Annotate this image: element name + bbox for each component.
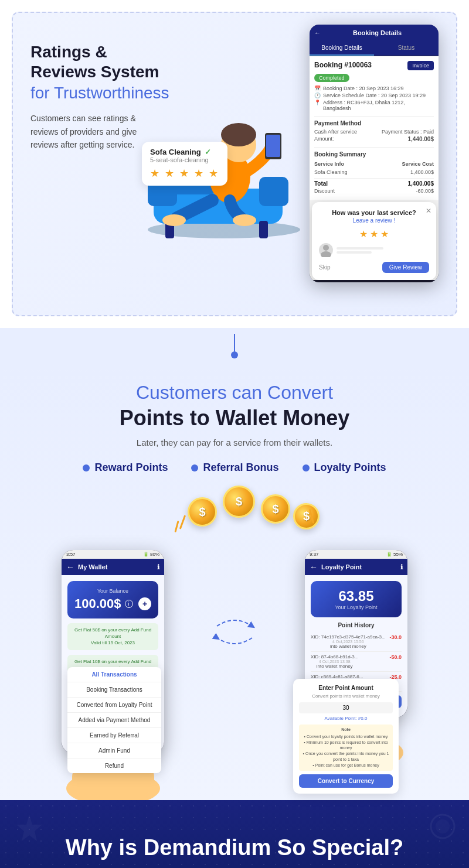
convert-submit-button[interactable]: Convert to Currency (299, 774, 393, 788)
transfer-arrows (211, 609, 258, 655)
dropdown-item-loyalty[interactable]: Converted from Loyalty Point (67, 698, 161, 713)
tab-booking-details[interactable]: Booking Details (310, 41, 374, 56)
convert-popup: Enter Point Amount Convert points into w… (293, 679, 399, 794)
bullet-referral-bonus: Referral Bonus (191, 462, 278, 474)
phone-header: ← Booking Details (310, 25, 439, 41)
payment-method-row: Cash After service Payment Status : Paid (314, 129, 434, 135)
review-avatar (319, 243, 333, 257)
wallet-nav-bar: ← My Wallet ℹ (62, 559, 164, 575)
phone-body: Booking #100063 Completed Invoice 📅 Book… (310, 56, 439, 200)
bullet-dot-referral (191, 464, 198, 471)
loyalty-nav-bar: ← Loyalty Point ℹ (305, 559, 407, 575)
convert-input-field[interactable]: 30 (299, 702, 393, 713)
bullet-dot-reward (83, 464, 90, 471)
battery-icon-right: 🔋 55% (386, 552, 403, 557)
bullet-dot-loyalty (303, 464, 310, 471)
review-popup: ✕ How was your last service? Leave a rev… (312, 202, 436, 280)
loyalty-amount: 63.85 (318, 588, 395, 604)
special-title: Why is Demandium So Special? (23, 835, 446, 860)
section-points-bold: Points to Wallet Money (23, 406, 446, 430)
svg-point-15 (321, 251, 331, 257)
info-icon[interactable]: ℹ (157, 563, 159, 571)
review-popup-subtitle: Leave a review ! (319, 217, 429, 224)
bullet-reward-points: Reward Points (83, 462, 168, 474)
info-icon-loyalty[interactable]: ℹ (400, 563, 403, 571)
invoice-button[interactable]: Invoice (407, 61, 434, 70)
service-date-line: 🕐 Service Schedule Date : 20 Sep 2023 19… (314, 93, 434, 98)
coin-4: $ (293, 503, 320, 529)
wallet-balance-label: Your Balance (74, 588, 151, 594)
sofa-card-title: Sofa Cleaning ✓ (150, 148, 219, 156)
review-popup-title: How was your last service? (319, 209, 429, 216)
verified-icon: ✓ (205, 148, 211, 156)
svg-rect-11 (266, 135, 280, 157)
wallet-balance-card: Your Balance 100.00$ i + (67, 581, 158, 618)
booking-status-badge: Completed (314, 74, 349, 82)
back-icon-loyalty[interactable]: ← (310, 562, 318, 572)
battery-icon: 🔋 80% (143, 552, 159, 557)
section-points-desc: Later, they can pay for a service from t… (23, 438, 446, 447)
sofa-card-subtitle: 5-seat-sofa-cleaning (150, 156, 219, 163)
address-line: 📍 Address : RC36+F3J, Dhaka 1212, Bangla… (314, 100, 434, 111)
loyalty-phone-wrapper: 9:37 🔋 55% ← Loyalty Point ℹ 63.85 Your … (305, 550, 407, 717)
loyalty-points-label: Loyalty Points (314, 462, 386, 474)
close-icon[interactable]: ✕ (426, 207, 431, 215)
coin-3: $ (261, 494, 290, 524)
coin-streak-2 (174, 521, 179, 532)
point-amount-1: -30.0 (389, 634, 402, 649)
referral-bonus-label: Referral Bonus (203, 462, 278, 474)
svg-point-32 (436, 819, 450, 833)
dropdown-item-refund[interactable]: Refund (67, 758, 161, 773)
svg-rect-6 (259, 221, 268, 238)
phone-tab-bar: Booking Details Status (310, 41, 439, 56)
booking-date-line: 📅 Booking Date : 20 Sep 2023 16:29 (314, 86, 434, 91)
point-id-1: XID: 74e197c3-d375-4e71-a9ca-3... 4 Oct,… (311, 634, 386, 649)
back-icon[interactable]: ← (66, 562, 74, 572)
section-points: Customers can Convert Points to Wallet M… (0, 364, 469, 800)
phones-container: 3:57 🔋 80% ← My Wallet ℹ Your Balance 10… (23, 550, 446, 788)
loyalty-balance-card: 63.85 Your Loyalty Point (311, 581, 402, 617)
svg-point-9 (221, 123, 256, 146)
wallet-phone-wrapper: 3:57 🔋 80% ← My Wallet ℹ Your Balance 10… (62, 550, 164, 753)
point-history-title: Point History (311, 622, 402, 628)
section-points-title: Customers can Convert (23, 382, 446, 404)
rating-stars: ★ ★ ★ ★ ★ (150, 167, 219, 180)
add-money-button[interactable]: + (138, 597, 151, 610)
dropdown-item-payment[interactable]: Added via Payment Method (67, 713, 161, 728)
summary-discount-row: Discount -60.00$ (314, 187, 434, 195)
convert-popup-subtitle: Convert points into wallet money (299, 693, 393, 699)
payment-method-label: Payment Method (314, 116, 434, 127)
tab-status[interactable]: Status (374, 41, 439, 56)
points-bullets: Reward Points Referral Bonus Loyalty Poi… (23, 462, 446, 474)
wallet-info-icon: i (125, 600, 133, 608)
point-id-2: XID: 87-4b68-b91d-3... 4 Oct,2023 13:38 … (311, 654, 358, 669)
skip-button[interactable]: Skip (319, 264, 330, 271)
give-review-button[interactable]: Give Review (382, 262, 429, 273)
coin-1: $ (188, 497, 217, 527)
connector-dot (231, 351, 238, 358)
review-actions: Skip Give Review (319, 262, 429, 273)
filter-dropdown: All Transactions Booking Transactions Co… (67, 667, 161, 773)
section-connector (0, 328, 469, 364)
clock-icon: 🕐 (314, 93, 321, 98)
loyalty-status-bar: 9:37 🔋 55% (305, 550, 407, 559)
dropdown-item-admin[interactable]: Admin Fund (67, 743, 161, 758)
booking-summary-label: Booking Summary (314, 147, 434, 158)
point-item-1: XID: 74e197c3-d375-4e71-a9ca-3... 4 Oct,… (311, 632, 402, 652)
wallet-promo-1: Get Flat 50$ on your every Add Fund Amou… (67, 623, 158, 650)
summary-service-row: Sofa Cleaning 1,400.00$ (314, 168, 434, 176)
section-special: Why is Demandium So Special? Enjoy a ran… (0, 800, 469, 868)
dropdown-item-booking[interactable]: Booking Transactions (67, 682, 161, 698)
svg-point-13 (233, 214, 256, 226)
amount-row: Amount: 1,440.00$ (314, 136, 434, 142)
coin-streak-1 (179, 515, 186, 529)
reward-points-label: Reward Points (94, 462, 168, 474)
review-stars[interactable]: ★ ★ ★ (319, 228, 429, 240)
convert-note: Note • Convert your loyalty points into … (299, 725, 393, 771)
review-text-lines (337, 247, 429, 254)
point-amount-2: -50.0 (389, 654, 402, 669)
dropdown-item-all[interactable]: All Transactions (67, 667, 161, 682)
convert-available-points: Available Point: #0.0 (299, 716, 393, 721)
dropdown-item-referral[interactable]: Earned by Referral (67, 728, 161, 743)
location-icon: 📍 (314, 100, 321, 111)
